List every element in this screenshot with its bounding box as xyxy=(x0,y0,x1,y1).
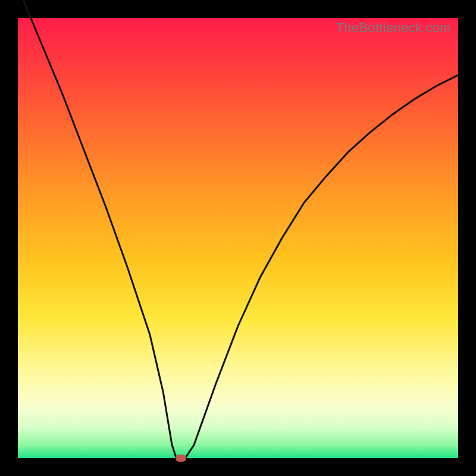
plot-area: TheBottleneck.com xyxy=(18,18,458,458)
bottleneck-curve xyxy=(18,0,458,458)
curve-layer xyxy=(18,18,458,458)
min-point-marker xyxy=(176,455,186,462)
chart-frame: TheBottleneck.com xyxy=(0,0,476,476)
